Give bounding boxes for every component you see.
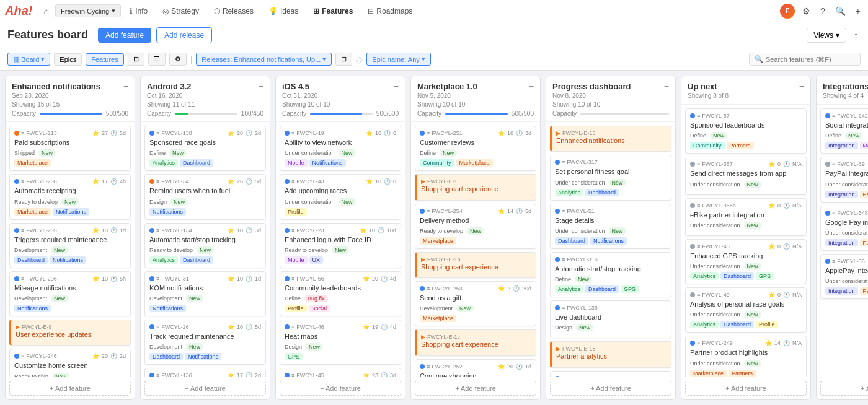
help-icon[interactable]: ?	[818, 4, 828, 19]
col-collapse-button[interactable]: −	[394, 81, 399, 91]
nav-roadmaps[interactable]: ⊟ Roadmaps	[361, 4, 418, 18]
add-icon[interactable]: +	[853, 4, 863, 19]
card[interactable]: ≡ FWCYL-136 ⭐17 🕐2d Top-level navigation…	[144, 368, 266, 377]
card-id: ≡ FWCYL-26	[149, 324, 189, 330]
nav-info[interactable]: ℹ Info	[123, 4, 154, 18]
card[interactable]: ≡ FWCYL-49 ⭐0 🕐N/A Analysis of personal …	[685, 287, 807, 333]
card[interactable]: ≡ FWCYL-213 ⭐27 🕐5d Paid subscriptions S…	[9, 126, 131, 171]
card[interactable]: ≡ FWCYL-46 ⭐19 🕐4d Heat maps Design New …	[280, 320, 401, 365]
epics-filter[interactable]: Epics	[54, 53, 82, 66]
nav-features[interactable]: ⊞ Features	[307, 4, 359, 18]
col-title: Up next	[688, 82, 717, 91]
card[interactable]: ≡ FWCYL-252 ⭐20 🕐1d Continue shopping De…	[415, 359, 536, 377]
card-epic[interactable]: ▶ FWCYL-E-1 Shopping cart experience	[415, 174, 536, 200]
card[interactable]: ≡ FWCYL-208 ⭐17 🕐4h Automatic receipting…	[9, 174, 131, 219]
settings-icon[interactable]: ⚙	[800, 4, 813, 19]
card[interactable]: ≡ FWCYL-357 ⭐0 🕐N/A Send direct messages…	[685, 157, 807, 194]
col-collapse-button[interactable]: −	[799, 81, 804, 91]
view-toggle-grid[interactable]: ⊞	[128, 53, 144, 66]
nav-strategy[interactable]: ◎ Strategy	[156, 4, 205, 18]
avatar[interactable]: F	[780, 4, 795, 19]
add-release-button[interactable]: Add release	[156, 27, 212, 43]
status-badge: New	[744, 181, 761, 188]
releases-filter[interactable]: Releases: Enhanced notifications, Up... …	[196, 53, 332, 66]
features-filter[interactable]: Features	[86, 53, 123, 66]
logo: Aha!	[5, 4, 32, 18]
card-title: Automatic start/stop tracking	[555, 264, 666, 273]
roadmaps-icon: ⊟	[368, 7, 374, 15]
card[interactable]: ≡ FWCYL-34 ⭐26 🕐5d Remind users when to …	[144, 174, 266, 219]
card[interactable]: ≡ FWCYL-134 ⭐10 🕐3d Automatic start/stop…	[144, 223, 266, 268]
board-column-col-progress: Progress dashboard − Nov 8, 2020Showing …	[546, 76, 676, 400]
card[interactable]: ≡ FWCYL-254 ⭐14 🕐5d Delivery method Read…	[415, 204, 536, 249]
epic-name-filter[interactable]: Epic name: Any ▾	[366, 53, 430, 66]
add-feature-col-button[interactable]: + Add feature	[415, 381, 536, 396]
col-cards: ≡ FWCYL-242 ⭐21 🕐N/A Social integrations…	[817, 105, 868, 377]
card[interactable]: ≡ FWCYL-317 Set personal fitness goal Un…	[550, 155, 671, 200]
search-box[interactable]: 🔍	[749, 53, 861, 66]
card[interactable]: ≡ FWCYL-205 ⭐10 🕐1d Triggers required ma…	[9, 223, 131, 268]
card-epic[interactable]: ▶ FWCYL-E-15 Enhanced notifications	[550, 126, 671, 152]
share-icon[interactable]: ↑	[851, 28, 861, 43]
card-epic[interactable]: ▶ FWCYL-E-9 User experience updates	[9, 320, 131, 346]
card[interactable]: ≡ FWCYL-38 ⭐24 🕐N/A ApplePay integration…	[820, 254, 868, 299]
card[interactable]: ≡ FWCYL-23 ⭐10 🕐10d Enhanced login with …	[280, 223, 401, 268]
search-input[interactable]	[766, 56, 852, 63]
add-feature-col-button[interactable]: + Add feature	[280, 381, 401, 396]
status-text: Ready to develop	[149, 247, 193, 253]
card[interactable]: ≡ FWCYL-138 ⭐28 🕐2d Sponsored race goals…	[144, 126, 266, 171]
add-feature-col-button[interactable]: + Add feature	[144, 381, 266, 396]
add-feature-col-button[interactable]: + Add feature	[820, 381, 868, 396]
card[interactable]: ≡ FWCYL-206 ⭐10 🕐5h Mileage notification…	[9, 271, 131, 316]
card[interactable]: ≡ FWCYL-57 Sponsored leaderboards Define…	[685, 108, 807, 154]
card[interactable]: ≡ FWCYL-51 Stage details Under considera…	[550, 204, 671, 249]
card[interactable]: ≡ FWCYL-253 ⭐2 🕐20d Send as a gift Devel…	[415, 281, 536, 326]
view-toggle-list[interactable]: ☰	[148, 53, 166, 66]
card[interactable]: ≡ FWCYL-348 ⭐20 🕐N/A Google Pay integrat…	[820, 206, 868, 251]
nav-ideas[interactable]: 💡 Ideas	[262, 4, 304, 18]
card[interactable]: ≡ FWCYL-31 ⭐10 🕐1d KOM notifications Dev…	[144, 271, 266, 316]
card-epic[interactable]: ▶ FWCYL-E-1c Shopping cart experience	[415, 329, 536, 355]
col-collapse-button[interactable]: −	[664, 81, 669, 91]
card[interactable]: ≡ FWCYL-358b ⭐0 🕐N/A eBike partner integ…	[685, 198, 807, 236]
col-showing: Showing 15 of 15	[12, 101, 128, 108]
tag: Marketplace	[456, 159, 493, 167]
card[interactable]: ≡ FWCYL-43 ⭐10 🕐0 Add upcoming races Und…	[280, 174, 401, 219]
status-badge: New	[186, 343, 203, 351]
card[interactable]: ≡ FWCYL-251 ⭐16 🕐3d Customer reviews Def…	[415, 126, 536, 171]
add-feature-col-button[interactable]: + Add feature	[9, 381, 131, 396]
card[interactable]: ≡ FWCYL-39 ⭐12 🕐N/A PayPal integration U…	[820, 157, 868, 202]
views-button[interactable]: Views ▾	[807, 28, 846, 43]
card[interactable]: ≡ FWCYL-323 Partner leaderboards Design …	[550, 371, 671, 377]
card-id: ≡ FWCYL-213	[14, 130, 57, 136]
card[interactable]: ≡ FWCYL-246 ⭐20 🕐2d Customize home scree…	[9, 349, 131, 377]
col-collapse-button[interactable]: −	[123, 81, 128, 91]
card-epic[interactable]: ▶ FWCYL-E-1b Shopping cart experience	[415, 252, 536, 278]
add-feature-col-button[interactable]: + Add feature	[550, 381, 671, 396]
col-cards: ≡ FWCYL-138 ⭐28 🕐2d Sponsored race goals…	[141, 122, 270, 377]
card-header: ≡ FWCYL-348 ⭐20 🕐N/A	[825, 210, 868, 216]
card-epic[interactable]: ▶ FWCYL-E-18 Partner analytics	[550, 341, 671, 367]
card[interactable]: ≡ FWCYL-26 ⭐10 🕐5d Track required mainte…	[144, 320, 266, 365]
col-collapse-button[interactable]: −	[259, 81, 264, 91]
nav-releases[interactable]: ⬡ Releases	[208, 4, 260, 18]
filter-icon[interactable]: ⊟	[335, 53, 352, 66]
card[interactable]: ≡ FWCYL-242 ⭐21 🕐N/A Social integrations…	[820, 108, 868, 154]
card[interactable]: ≡ FWCYL-56 ⭐20 🕐4d Community leaderboard…	[280, 271, 401, 316]
add-feature-button[interactable]: Add feature	[98, 28, 151, 43]
home-button[interactable]: ⌂	[40, 4, 52, 19]
search-icon[interactable]: 🔍	[833, 4, 848, 19]
feature-icon: ≡	[697, 202, 700, 209]
card[interactable]: ≡ FWCYL-316 Automatic start/stop trackin…	[550, 252, 671, 297]
card[interactable]: ≡ FWCYL-45 ⭐23 🕐3d Security patch update…	[280, 368, 401, 377]
card[interactable]: ≡ FWCYL-135 Live dashboard Design New	[550, 300, 671, 338]
add-feature-col-button[interactable]: + Add feature	[685, 381, 807, 396]
settings-filter[interactable]: ⚙	[169, 53, 187, 66]
card-title: ApplePay integration	[825, 266, 868, 275]
card[interactable]: ≡ FWCYL-48 ⭐0 🕐N/A Enhanced GPS tracking…	[685, 239, 807, 284]
col-collapse-button[interactable]: −	[529, 81, 534, 91]
product-switcher[interactable]: Fredwin Cycling ▾	[55, 4, 121, 17]
board-filter[interactable]: ▦ Board ▾	[7, 53, 50, 66]
card[interactable]: ≡ FWCYL-249 ⭐14 🕐N/A Partner product hig…	[685, 336, 807, 377]
card[interactable]: ≡ FWCYL-19 ⭐10 🕐0 Ability to view networ…	[280, 126, 401, 171]
